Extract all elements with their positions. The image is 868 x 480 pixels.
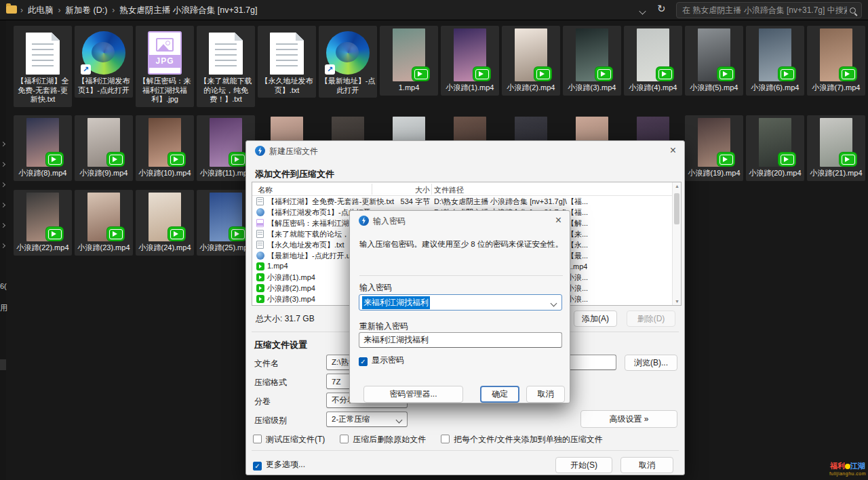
password-cancel-button[interactable]: 取消: [526, 386, 565, 403]
tree-chevron-icon[interactable]: [1, 182, 5, 187]
breadcrumb-item[interactable]: 新加卷 (D:): [66, 5, 108, 16]
text-file-icon: [270, 33, 304, 75]
file-tile[interactable]: 小浪蹄(21).mp4: [807, 115, 865, 181]
show-password-checkbox[interactable]: ✓显示密码: [359, 355, 404, 366]
file-tile[interactable]: 小浪蹄(4).mp4: [624, 26, 682, 96]
video-thumbnail: [515, 28, 547, 81]
file-tile[interactable]: 小浪蹄(7).mp4: [807, 26, 865, 96]
column-name[interactable]: 名称: [258, 185, 273, 195]
player-badge-icon: [107, 227, 124, 241]
watermark: 福利江湖 fulijianghu.com: [829, 462, 867, 477]
file-tile[interactable]: JPG【解压密码：来福利江湖找福利】.jpg: [136, 26, 194, 107]
password-manager-button[interactable]: 密码管理器...: [363, 386, 463, 403]
option-checkbox[interactable]: 压缩后删除原始文件: [340, 434, 426, 445]
tree-chevron-icon[interactable]: [1, 223, 5, 228]
total-size-label: 总大小: 31.7 GB: [256, 313, 315, 325]
file-tile[interactable]: 【来了就能下载的论坛，纯免费！】.txt: [197, 26, 255, 107]
watermark-url: fulijianghu.com: [829, 470, 867, 477]
chevron-down-icon[interactable]: [551, 300, 557, 307]
advanced-settings-button[interactable]: 高级设置 »: [580, 410, 677, 428]
file-tile[interactable]: ↗【最新地址】-点此打开: [319, 26, 377, 98]
divider: [359, 275, 563, 276]
refresh-icon[interactable]: ↻: [657, 3, 666, 15]
video-thumbnail: [759, 118, 791, 167]
column-path[interactable]: 文件路径: [434, 185, 464, 195]
tree-chevron-icon[interactable]: [1, 203, 5, 207]
file-name: 【永久地址发布页】.txt: [259, 77, 315, 95]
file-tile[interactable]: 小浪蹄(3).mp4: [563, 26, 621, 96]
add-button[interactable]: 添加(A): [574, 311, 617, 327]
column-size[interactable]: 大小: [374, 185, 430, 195]
file-tile[interactable]: 小浪蹄(10).mp4: [136, 115, 194, 181]
table-row[interactable]: 【福利江湖】全免费-无套路-更新快.txt534 字节D:\熟女虐阴主播 小浪蹄…: [252, 196, 681, 207]
more-options-checkbox[interactable]: ✓更多选项...: [253, 459, 305, 471]
file-tile[interactable]: 小浪蹄(22).mp4: [14, 190, 72, 256]
tree-chevron-icon[interactable]: [1, 142, 5, 146]
watermark-dot-icon: [845, 464, 850, 469]
format-label: 压缩格式: [254, 377, 287, 388]
chevron-down-icon[interactable]: [639, 7, 646, 14]
scrollbar-thumb[interactable]: [674, 193, 679, 224]
breadcrumb-item[interactable]: 此电脑: [28, 5, 54, 16]
archive-cancel-button[interactable]: 取消: [620, 457, 673, 473]
confirm-password-input[interactable]: 来福利江湖找福利: [359, 332, 562, 348]
delete-button[interactable]: 删除(D): [627, 311, 675, 327]
file-tile[interactable]: 【福利江湖】全免费-无套路-更新快.txt: [14, 26, 72, 107]
player-badge-icon: [46, 153, 63, 166]
video-thumbnail: [454, 28, 486, 81]
text-lines: [32, 43, 54, 68]
shortcut-arrow-icon: ↗: [81, 64, 91, 75]
player-badge-icon: [595, 67, 612, 81]
close-icon[interactable]: ×: [670, 144, 676, 157]
file-tile[interactable]: 小浪蹄(5).mp4: [685, 26, 743, 96]
browse-button[interactable]: 浏览(B)...: [625, 355, 677, 371]
option-checkbox[interactable]: 把每个文件/文件夹添加到单独的压缩文件: [441, 434, 602, 445]
option-label: 把每个文件/文件夹添加到单独的压缩文件: [454, 435, 602, 444]
row-name: 小浪蹄(3).mp4: [267, 294, 315, 304]
file-tile[interactable]: 小浪蹄(19).mp4: [685, 115, 743, 181]
page-fold: [296, 33, 304, 41]
level-select[interactable]: 2-正常压缩: [326, 412, 408, 427]
password-input[interactable]: 来福利江湖找福利: [359, 294, 562, 311]
file-tile[interactable]: 小浪蹄(2).mp4: [502, 26, 560, 96]
url-mini-icon: [256, 208, 264, 216]
start-button[interactable]: 开始(S): [555, 457, 612, 473]
video-thumbnail: [26, 193, 59, 241]
row-name: 【永久地址发布页】.txt: [267, 240, 344, 250]
file-tile[interactable]: 小浪蹄(1).mp4: [441, 26, 499, 96]
scroll-down-icon[interactable]: ▼: [673, 299, 682, 304]
file-tile[interactable]: 小浪蹄(9).mp4: [75, 115, 133, 181]
list-scrollbar[interactable]: ▲ ▼: [672, 182, 681, 305]
scroll-up-icon[interactable]: ▲: [673, 184, 682, 188]
file-tile[interactable]: 小浪蹄(20).mp4: [746, 115, 804, 181]
archive-dialog-title: 新建压缩文件: [269, 146, 318, 157]
tree-selected-item-sliver[interactable]: [0, 359, 6, 370]
tree-chevron-icon[interactable]: [1, 162, 5, 167]
file-tile[interactable]: ↗【福利江湖发布页1】-点此打开: [75, 26, 133, 98]
tree-chevron-icon[interactable]: [1, 243, 5, 248]
search-input[interactable]: 在 熟女虐阴主播 小浪蹄合集 [nv+31.7g] 中搜索: [676, 2, 862, 18]
breadcrumb-item[interactable]: 熟女虐阴主播 小浪蹄合集 [nv+31.7g]: [119, 5, 257, 16]
search-icon: [850, 7, 856, 14]
file-tile[interactable]: 1.mp4: [380, 26, 438, 96]
archiver-app-icon: [359, 216, 369, 226]
nav-pane-sliver: 6( 用: [0, 20, 6, 480]
player-badge-icon: [717, 153, 734, 166]
volume-label: 分卷: [254, 396, 271, 407]
file-tile[interactable]: 小浪蹄(8).mp4: [14, 115, 72, 181]
option-checkbox[interactable]: 测试压缩文件(T): [253, 434, 325, 445]
close-icon[interactable]: ×: [555, 214, 561, 226]
ok-button[interactable]: 确定: [480, 386, 519, 403]
file-tile[interactable]: 小浪蹄(23).mp4: [75, 190, 133, 256]
file-tile[interactable]: 【永久地址发布页】.txt: [258, 26, 316, 98]
file-name: 【来了就能下载的论坛，纯免费！】.txt: [198, 77, 254, 104]
explorer-address-bar: ›此电脑›新加卷 (D:)›熟女虐阴主播 小浪蹄合集 [nv+31.7g] ↻ …: [0, 0, 868, 20]
file-name: 小浪蹄(8).mp4: [15, 169, 71, 178]
file-list-header[interactable]: 名称 大小 文件路径: [252, 182, 681, 196]
player-badge-icon: [168, 153, 185, 166]
file-tile[interactable]: 小浪蹄(6).mp4: [746, 26, 804, 96]
file-tile[interactable]: 小浪蹄(24).mp4: [136, 190, 194, 256]
archive-section-header: 添加文件到压缩文件: [255, 168, 334, 180]
video-thumbnail: [87, 193, 120, 241]
confirm-password-label: 重新输入密码: [359, 321, 408, 332]
